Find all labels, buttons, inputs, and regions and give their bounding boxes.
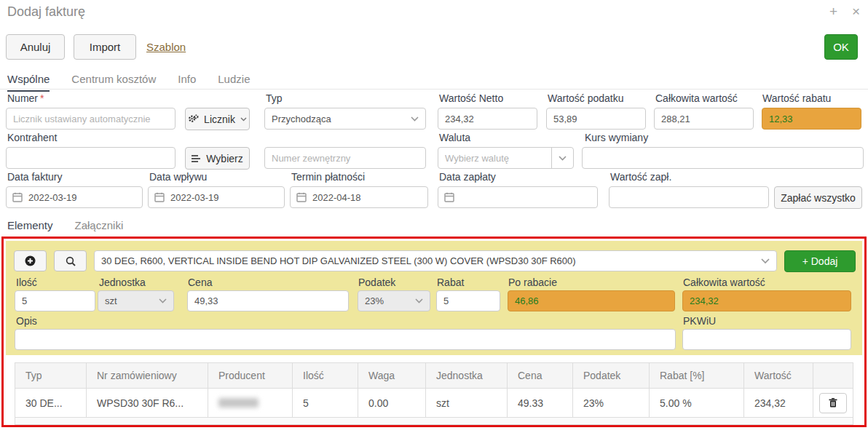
data-zaplaty-label: Data zapłaty [439, 171, 496, 183]
table-row: 30 DE... WPSD30 30F R6... 5 0.00 szt 49.… [15, 389, 853, 418]
anuluj-button[interactable]: Anuluj [6, 34, 65, 60]
kurs-wymiany-input[interactable] [582, 147, 864, 169]
trash-icon [829, 398, 837, 408]
elements-section: 30 DEG, R600, VERTICAL INSIDE BEND HOT D… [1, 237, 867, 427]
jednostka-label: Jednostka [99, 277, 146, 288]
dodaj-button[interactable]: + Dodaj [784, 250, 856, 272]
col-nr-zamowieniowy: Nr zamówieniowy [87, 363, 208, 388]
licznik-button[interactable]: Licznik [185, 108, 250, 130]
opis-label: Opis [16, 315, 37, 327]
chevron-down-icon [159, 298, 167, 303]
ilosc-label: Ilość [16, 277, 37, 288]
po-rabacie-input [508, 290, 675, 311]
product-select[interactable]: 30 DEG, R600, VERTICAL INSIDE BEND HOT D… [94, 250, 777, 271]
ilosc-input[interactable] [15, 290, 95, 311]
col-podatek: Podatek [573, 363, 650, 388]
cell-cena: 49.33 [508, 389, 573, 417]
import-button[interactable]: Import [74, 34, 136, 60]
rabat-input[interactable] [436, 290, 500, 311]
ok-button[interactable]: OK [824, 34, 858, 60]
cell-producent [208, 389, 293, 417]
wybierz-button[interactable]: Wybierz [185, 147, 250, 170]
rabat-label: Rabat [437, 277, 464, 288]
col-typ: Typ [15, 363, 87, 388]
calendar-icon [438, 192, 460, 202]
col-ilosc: Ilość [293, 363, 358, 388]
termin-platnosci-input[interactable]: 2022-04-18 [290, 186, 428, 208]
wartosc-rabatu-label: Wartość rabatu [762, 92, 831, 104]
data-faktury-input[interactable]: 2022-03-19 [6, 186, 143, 208]
kontrahent-input[interactable] [6, 147, 175, 169]
cell-ilosc: 5 [293, 389, 358, 417]
plus-circle-icon [25, 255, 36, 266]
chevron-down-icon [411, 116, 419, 122]
col-rabat: Rabat [%] [650, 363, 744, 388]
col-cena: Cena [508, 363, 573, 388]
wartosc-netto-input[interactable] [438, 108, 537, 130]
cell-wartosc: 234,32 [744, 389, 813, 417]
cell-jednostka: szt [426, 389, 508, 417]
gears-icon [188, 114, 199, 124]
producent-redacted [218, 398, 259, 408]
cena-label: Cena [188, 277, 212, 288]
required-asterisk: * [40, 92, 44, 104]
waluta-select[interactable]: Wybierz walutę [438, 147, 574, 169]
calendar-icon [291, 192, 312, 202]
wartosc-podatku-label: Wartość podatku [548, 92, 624, 104]
tabs-divider [0, 89, 868, 90]
col-producent: Producent [208, 363, 293, 388]
close-icon[interactable]: × [852, 4, 860, 19]
table-footer [15, 418, 853, 425]
tab-elementy[interactable]: Elementy [7, 219, 53, 238]
cell-nr-zamowieniowy: WPSD30 30F R6... [87, 389, 208, 417]
jednostka-select[interactable]: szt [98, 290, 174, 311]
col-jednostka: Jednostka [426, 363, 508, 388]
wartosc-podatku-input[interactable] [546, 108, 646, 130]
wartosc-rabatu-input [762, 108, 861, 130]
opis-input[interactable] [15, 329, 676, 350]
data-zaplaty-input[interactable] [438, 186, 598, 208]
cell-typ: 30 DE... [15, 389, 87, 417]
pkwiu-input[interactable] [682, 329, 851, 350]
cell-waga: 0.00 [358, 389, 426, 417]
cena-input[interactable] [187, 290, 349, 311]
cell-podatek: 23% [573, 389, 650, 417]
add-item-button[interactable] [14, 250, 47, 271]
search-item-button[interactable] [54, 250, 87, 271]
szablon-link[interactable]: Szablon [146, 41, 186, 53]
elements-tabs: Elementy Załączniki [7, 219, 123, 238]
chevron-down-icon [551, 148, 573, 168]
calkowita-wartosc-input[interactable] [654, 108, 754, 130]
kurs-wymiany-label: Kurs wymiany [585, 132, 648, 143]
calendar-icon [7, 192, 28, 202]
chevron-down-icon [415, 298, 423, 303]
numer-zewnetrzny-input[interactable] [264, 147, 426, 169]
chevron-down-icon [240, 117, 247, 122]
kontrahent-label: Kontrahent [7, 132, 58, 143]
search-icon [66, 256, 76, 266]
items-table: Typ Nr zamówieniowy Producent Ilość Waga… [15, 362, 853, 425]
typ-select[interactable]: Przychodząca [264, 108, 426, 130]
add-invoice-dialog: Dodaj fakturę + × Anuluj Import Szablon … [0, 0, 868, 441]
waluta-label: Waluta [439, 132, 470, 143]
data-wplywu-input[interactable]: 2022-03-19 [148, 186, 285, 208]
tab-zalaczniki[interactable]: Załączniki [75, 219, 124, 238]
termin-platnosci-label: Termin płatności [291, 171, 365, 183]
wartosc-zapl-input[interactable] [609, 186, 769, 208]
plus-icon[interactable]: + [829, 4, 837, 19]
podatek-select[interactable]: 23% [358, 290, 430, 311]
pkwiu-label: PKWiU [683, 315, 716, 327]
typ-label: Typ [266, 92, 283, 104]
delete-row-button[interactable] [819, 393, 847, 413]
page-title: Dodaj fakturę [7, 4, 85, 20]
calkowita-wartosc-entry-label: Całkowita wartość [683, 277, 765, 288]
col-wartosc: Wartość [744, 363, 813, 388]
calkowita-wartosc-entry-input [682, 290, 851, 311]
numer-input[interactable] [6, 108, 175, 130]
cell-actions [813, 389, 853, 417]
zaplac-wszystko-button[interactable]: Zapłać wszystko [774, 186, 862, 209]
list-icon [192, 154, 201, 163]
podatek-label: Podatek [358, 277, 395, 288]
cell-rabat: 5.00 % [650, 389, 744, 417]
items-table-header: Typ Nr zamówieniowy Producent Ilość Waga… [15, 362, 853, 389]
